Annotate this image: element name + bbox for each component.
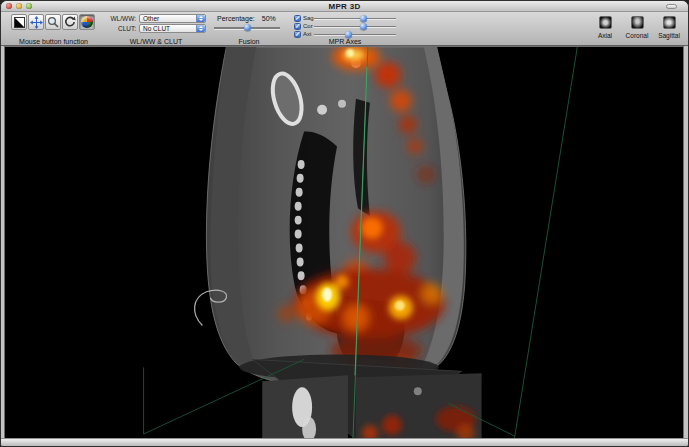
mouse-button-function-group: Mouse button function — [11, 14, 96, 45]
pan-tool-button[interactable] — [28, 14, 44, 30]
axi-slider[interactable] — [314, 30, 396, 38]
pan-icon — [30, 16, 43, 29]
axi-label: Axi — [301, 31, 314, 37]
view-buttons-group: Axial Coronal Sagittal — [592, 14, 682, 45]
wlww-clut-group-label: WL/WW & CLUT — [106, 38, 206, 45]
mpr-3d-viewport[interactable] — [5, 47, 683, 438]
window-bottom-frame — [1, 438, 688, 446]
fusion-slider[interactable] — [214, 23, 280, 32]
popup-arrows-icon — [196, 15, 205, 22]
mouse-button-function-label: Mouse button function — [11, 38, 96, 45]
sag-label: Sag — [301, 15, 314, 21]
magnifier-icon — [47, 16, 59, 28]
sagittal-thumbnail-icon — [663, 16, 676, 29]
toolbar: Mouse button function WL/WW: Other CLUT:… — [1, 12, 688, 46]
axi-slider-thumb[interactable] — [345, 31, 352, 38]
clut-popup-value: No CLUT — [143, 25, 170, 32]
percentage-label: Percentage: — [217, 15, 255, 22]
axial-view-label: Axial — [598, 32, 612, 39]
axial-thumbnail-icon — [599, 16, 612, 29]
mpr-axes-group-label: MPR Axes — [294, 38, 396, 45]
percentage-value: 50% — [262, 15, 276, 22]
fusion-group-label: Fusion — [214, 38, 284, 45]
coronal-view-label: Coronal — [626, 32, 649, 39]
sag-slider-thumb[interactable] — [360, 15, 367, 22]
mpr-3d-window: MPR 3D — [0, 0, 689, 447]
fusion-slider-thumb[interactable] — [244, 24, 251, 31]
toolbar-toggle-button[interactable] — [666, 4, 677, 9]
wlww-contrast-tool-button[interactable] — [11, 14, 27, 30]
wlww-popup-value: Other — [143, 15, 159, 22]
coronal-view-button[interactable]: Coronal — [624, 16, 650, 45]
popup-arrows-icon — [196, 25, 205, 32]
sagittal-view-button[interactable]: Sagittal — [656, 16, 682, 45]
zoom-tool-button[interactable] — [45, 14, 61, 30]
mpr-3d-scene — [5, 47, 683, 438]
clut-palette-tool-button[interactable] — [79, 14, 95, 30]
window-title: MPR 3D — [1, 2, 688, 11]
rotate-tool-button[interactable] — [62, 14, 78, 30]
sag-checkbox[interactable]: ✓ — [294, 15, 301, 22]
mpr-axes-group: ✓ Sag ✓ Cor ✓ Axi — [294, 14, 396, 45]
cor-label: Cor — [301, 23, 314, 29]
coronal-thumbnail-icon — [631, 16, 644, 29]
cor-checkbox[interactable]: ✓ — [294, 23, 301, 30]
contrast-icon — [14, 17, 25, 28]
ct-sagittal-slab — [206, 47, 465, 387]
color-sphere-icon — [81, 16, 93, 28]
clut-label: CLUT: — [106, 25, 139, 32]
rotate-icon — [64, 16, 76, 28]
sagittal-view-label: Sagittal — [658, 32, 680, 39]
wlww-popup[interactable]: Other — [139, 14, 206, 23]
titlebar: MPR 3D — [1, 1, 688, 12]
clut-popup[interactable]: No CLUT — [139, 24, 206, 33]
wlww-clut-group: WL/WW: Other CLUT: No CLUT WL/WW & CLUT — [106, 14, 206, 45]
axi-checkbox[interactable]: ✓ — [294, 31, 301, 38]
cor-slider[interactable] — [314, 22, 396, 30]
sag-slider[interactable] — [314, 14, 396, 22]
wlww-label: WL/WW: — [106, 15, 139, 22]
cor-slider-thumb[interactable] — [360, 23, 367, 30]
fusion-group: Percentage: 50% Fusion — [214, 14, 284, 45]
axial-view-button[interactable]: Axial — [592, 16, 618, 45]
